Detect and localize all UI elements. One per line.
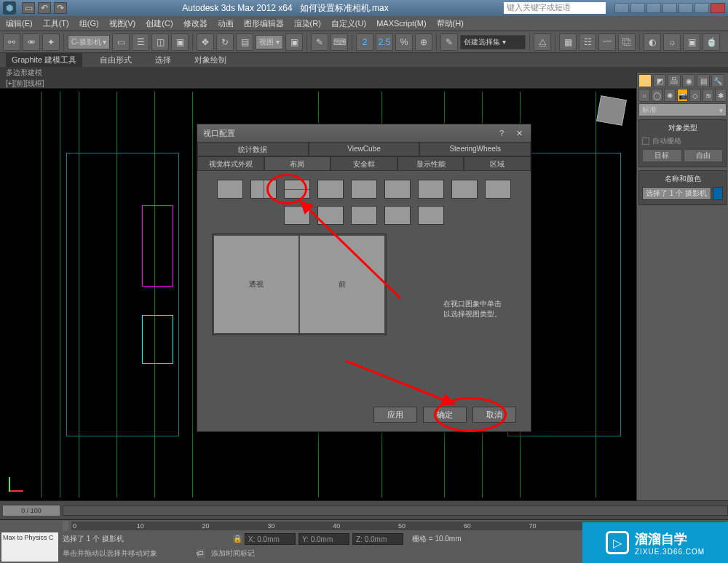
cancel-button[interactable]: 取消 — [472, 407, 516, 423]
layout-5[interactable] — [351, 180, 377, 199]
ribbon-tab-paint[interactable]: 对象绘制 — [189, 53, 232, 67]
ribbon-tab-selection[interactable]: 选择 — [149, 53, 177, 67]
free-camera-button[interactable]: 自由 — [684, 149, 724, 162]
motion-tab-icon[interactable]: ◉ — [682, 74, 695, 87]
ok-button[interactable]: 确定 — [423, 407, 467, 423]
layout-8[interactable] — [451, 180, 478, 199]
create-tab-icon[interactable]: ☀ — [638, 74, 652, 87]
snap-icon[interactable]: 2 — [356, 33, 373, 51]
layout-3[interactable] — [284, 180, 310, 199]
ribbon-tab-freeform[interactable]: 自由形式 — [94, 53, 138, 67]
helpers-icon[interactable]: ◇ — [689, 89, 701, 102]
menu-rendering[interactable]: 渲染(R) — [294, 18, 321, 29]
layout-10[interactable] — [284, 206, 310, 225]
keyboard-icon[interactable]: ⌨ — [331, 33, 348, 51]
lights-icon[interactable]: ✺ — [664, 89, 676, 102]
tab-viewcube[interactable]: ViewCube — [309, 142, 420, 156]
maxscript-listener[interactable]: Max to Physics C — [1, 532, 58, 562]
tag-icon[interactable]: 🏷 — [197, 549, 205, 558]
modify-tab-icon[interactable]: ◩ — [653, 74, 666, 87]
layout-2[interactable] — [250, 180, 277, 199]
select-region-icon[interactable]: ◫ — [151, 33, 169, 51]
select-name-icon[interactable]: ☰ — [132, 33, 149, 51]
spinner-snap-icon[interactable]: ⊕ — [415, 33, 432, 51]
time-slider-thumb[interactable]: 0 / 100 — [3, 506, 60, 516]
manipulate-icon[interactable]: ✎ — [311, 33, 328, 51]
menu-group[interactable]: 组(G) — [79, 18, 99, 29]
curve-editor-icon[interactable]: 〰 — [598, 33, 616, 51]
help-search-input[interactable]: 键入关键字或短语 — [504, 2, 606, 14]
z-coord[interactable]: Z: 0.0mm — [352, 533, 403, 545]
menu-view[interactable]: 视图(V) — [109, 18, 136, 29]
lock-icon[interactable]: 🔒 — [233, 535, 242, 543]
icon-1[interactable] — [614, 3, 629, 13]
cameras-icon[interactable]: 📷 — [677, 89, 689, 102]
layout-14[interactable] — [418, 206, 444, 225]
link-icon[interactable]: ⚯ — [3, 33, 20, 51]
mirror-icon[interactable]: ⧋ — [534, 33, 551, 51]
viewport-label[interactable]: [+][前][线框] — [0, 79, 728, 89]
named-selset-combo[interactable]: 创建选择集 ▾ — [460, 35, 526, 49]
material-icon[interactable]: ◐ — [644, 33, 661, 51]
preview-right[interactable]: 前 — [300, 236, 384, 333]
color-swatch[interactable] — [713, 187, 723, 200]
qa-redo-icon[interactable]: ↷ — [54, 2, 67, 14]
edit-selset-icon[interactable]: ✎ — [440, 33, 458, 51]
dialog-close-icon[interactable]: ✕ — [513, 129, 525, 138]
selection-filter-combo[interactable]: C-摄影机 ▾ — [68, 35, 110, 49]
shapes-icon[interactable]: ◯ — [652, 89, 663, 102]
systems-icon[interactable]: ✱ — [715, 89, 727, 102]
camera-type-combo[interactable]: 标准▾ — [638, 103, 727, 116]
tab-layout[interactable]: 布局 — [264, 156, 331, 171]
unlink-icon[interactable]: ⚮ — [23, 33, 40, 51]
utilities-tab-icon[interactable]: 🔧 — [711, 74, 724, 87]
x-coord[interactable]: X: 0.0mm — [245, 533, 296, 545]
select-icon[interactable]: ▭ — [112, 33, 130, 51]
render-icon[interactable]: 🍵 — [703, 33, 720, 51]
layout-preview[interactable]: 透视 前 — [212, 233, 387, 335]
tab-regions[interactable]: 区域 — [464, 156, 531, 171]
object-name-field[interactable]: 选择了 1 个 摄影机 — [642, 187, 711, 200]
layout-1[interactable] — [217, 180, 243, 199]
tab-steeringwheels[interactable]: SteeringWheels — [419, 142, 531, 156]
tab-display[interactable]: 显示性能 — [397, 156, 464, 171]
ribbon-tab-graphite[interactable]: Graphite 建模工具 — [6, 53, 82, 67]
layout-12[interactable] — [351, 206, 377, 225]
layout-4[interactable] — [317, 180, 344, 199]
apply-button[interactable]: 应用 — [373, 407, 417, 423]
autogrid-checkbox[interactable]: 自动栅格 — [642, 136, 723, 146]
layout-11[interactable] — [317, 206, 344, 225]
display-tab-icon[interactable]: ▤ — [697, 74, 710, 87]
angle-snap-icon[interactable]: 2.5 — [376, 33, 393, 51]
target-camera-button[interactable]: 目标 — [642, 149, 682, 162]
trackbar-handle[interactable] — [63, 521, 68, 531]
qa-open-icon[interactable]: ▭ — [22, 2, 35, 14]
menu-create[interactable]: 创建(C) — [146, 18, 173, 29]
render-setup-icon[interactable]: ☼ — [663, 33, 681, 51]
icon-3[interactable] — [646, 3, 661, 13]
layout-13[interactable] — [384, 206, 411, 225]
dialog-help-icon[interactable]: ? — [496, 129, 507, 138]
tab-stats[interactable]: 统计数据 — [197, 142, 309, 156]
layout-7[interactable] — [418, 180, 444, 199]
addtime-label[interactable]: 添加时间标记 — [211, 548, 255, 559]
viewcube[interactable] — [596, 95, 627, 126]
schematic-icon[interactable]: ⿻ — [618, 33, 636, 51]
menu-edit[interactable]: 编辑(E) — [6, 18, 33, 29]
geometry-icon[interactable]: ○ — [638, 89, 650, 102]
icon-4[interactable] — [662, 3, 677, 13]
hierarchy-tab-icon[interactable]: 品 — [668, 74, 681, 87]
scale-icon[interactable]: ▤ — [236, 33, 253, 51]
layout-6[interactable] — [384, 180, 411, 199]
bind-icon[interactable]: ✦ — [42, 33, 60, 51]
preview-left[interactable]: 透视 — [214, 236, 298, 333]
menu-tools[interactable]: 工具(T) — [43, 18, 69, 29]
menu-maxscript[interactable]: MAXScript(M) — [376, 19, 426, 28]
dialog-titlebar[interactable]: 视口配置 ? ✕ — [197, 124, 531, 142]
close-icon[interactable] — [711, 3, 725, 13]
y-coord[interactable]: Y: 0.0mm — [298, 533, 349, 545]
menu-modifiers[interactable]: 修改器 — [183, 18, 207, 29]
refcoord-combo[interactable]: 视图 ▾ — [256, 35, 283, 49]
maximize-icon[interactable] — [695, 3, 709, 13]
icon-2[interactable] — [630, 3, 645, 13]
